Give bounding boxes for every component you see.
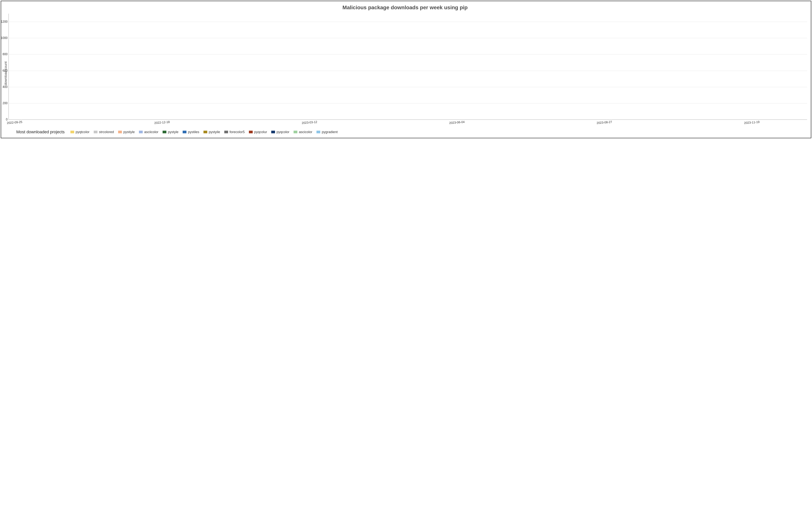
legend-swatch	[70, 131, 74, 133]
y-tick: 1000	[1, 36, 9, 40]
bars-container	[9, 14, 807, 120]
legend-label: ascicolor	[299, 130, 312, 134]
legend-label: asciicolor	[144, 130, 158, 134]
legend-swatch	[294, 131, 297, 133]
y-tick: 800	[2, 53, 9, 56]
x-tick: 2022-12-18	[154, 120, 170, 125]
legend-swatch	[163, 131, 166, 133]
legend-label: pystiyle	[123, 130, 135, 134]
legend-item: strcolored	[94, 130, 114, 134]
legend-label: pyqtcolor	[76, 130, 90, 134]
legend-swatch	[271, 131, 275, 133]
legend-item: pystiyle	[118, 130, 135, 134]
plot-area: 020040060080010001200 2022-09-252022-12-…	[8, 14, 807, 125]
legend-label: pyqcolor	[276, 130, 289, 134]
grid: 020040060080010001200	[8, 14, 807, 120]
chart-body: download count 020040060080010001200 202…	[3, 14, 807, 125]
legend-label: pystiles	[188, 130, 199, 134]
y-tick: 400	[2, 85, 9, 89]
legend-label: pyqcolur	[254, 130, 267, 134]
y-tick: 600	[2, 69, 9, 72]
legend-item: pyqcolor	[271, 130, 289, 134]
x-tick: 2023-11-19	[744, 120, 760, 125]
y-tick: 200	[2, 102, 9, 105]
legend: Most downloaded projects pyqtcolorstrcol…	[16, 130, 802, 134]
legend-label: strcolored	[99, 130, 114, 134]
legend-item: asciicolor	[139, 130, 158, 134]
legend-swatch	[317, 131, 320, 133]
y-tick: 0	[6, 118, 9, 121]
x-tick: 2023-06-04	[449, 120, 465, 125]
legend-swatch	[183, 131, 187, 133]
legend-label: pystyle	[168, 130, 178, 134]
legend-swatch	[94, 131, 97, 133]
legend-label: pygradient	[322, 130, 338, 134]
legend-item: pystyile	[203, 130, 220, 134]
chart-frame: Malicious package downloads per week usi…	[1, 1, 811, 138]
legend-item: pyqtcolor	[70, 130, 90, 134]
legend-item: ascicolor	[294, 130, 312, 134]
x-tick: 2022-09-25	[7, 120, 23, 125]
legend-swatch	[139, 131, 143, 133]
legend-swatch	[224, 131, 228, 133]
legend-swatch	[249, 131, 253, 133]
legend-swatch	[118, 131, 122, 133]
legend-swatch	[203, 131, 207, 133]
legend-title: Most downloaded projects	[16, 130, 65, 134]
legend-item: forecolor5	[224, 130, 245, 134]
x-tick: 2023-08-27	[597, 120, 612, 125]
legend-item: pystiles	[183, 130, 199, 134]
legend-item: pystyle	[163, 130, 178, 134]
chart-title: Malicious package downloads per week usi…	[3, 4, 807, 10]
gridline	[9, 22, 807, 22]
legend-label: forecolor5	[229, 130, 245, 134]
legend-item: pygradient	[317, 130, 338, 134]
gridline	[9, 71, 807, 71]
legend-item: pyqcolur	[249, 130, 267, 134]
legend-label: pystyile	[209, 130, 220, 134]
x-axis: 2022-09-252022-12-182023-03-122023-06-04…	[8, 120, 807, 125]
y-tick: 1200	[1, 20, 9, 23]
x-tick: 2023-03-12	[302, 120, 317, 125]
